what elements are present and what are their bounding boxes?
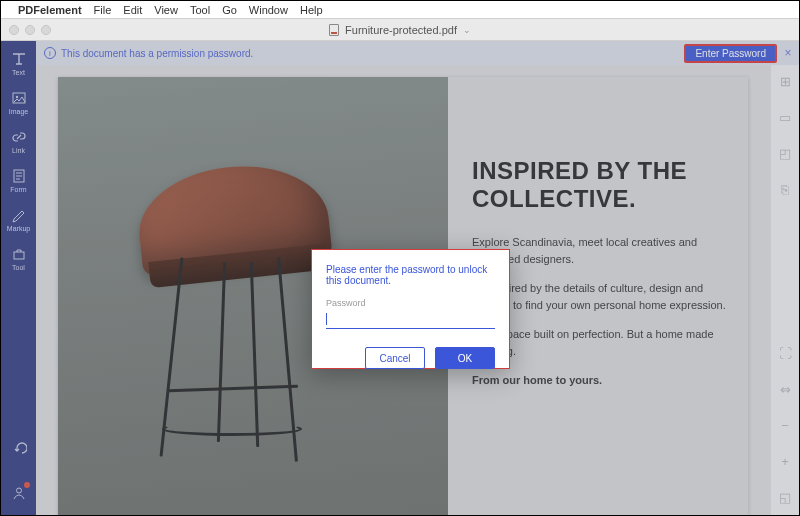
dialog-message: Please enter the password to unlock this… bbox=[326, 264, 495, 286]
menu-go[interactable]: Go bbox=[222, 4, 237, 16]
menu-help[interactable]: Help bbox=[300, 4, 323, 16]
password-input[interactable] bbox=[326, 310, 495, 329]
text-caret-icon bbox=[326, 313, 327, 325]
app-menu[interactable]: PDFelement bbox=[18, 4, 82, 16]
main-area: Text Image Link Form Markup Tool bbox=[1, 41, 799, 515]
ok-button[interactable]: OK bbox=[435, 347, 495, 369]
password-field-label: Password bbox=[326, 298, 495, 308]
window-titlebar: Furniture-protected.pdf ⌄ bbox=[1, 19, 799, 41]
menu-view[interactable]: View bbox=[154, 4, 178, 16]
dialog-button-row: Cancel OK bbox=[326, 347, 495, 369]
mac-menubar: PDFelement File Edit View Tool Go Window… bbox=[1, 1, 799, 19]
menu-tool[interactable]: Tool bbox=[190, 4, 210, 16]
title-chevron-icon[interactable]: ⌄ bbox=[463, 25, 471, 35]
document-title-text: Furniture-protected.pdf bbox=[345, 24, 457, 36]
menu-file[interactable]: File bbox=[94, 4, 112, 16]
document-title: Furniture-protected.pdf ⌄ bbox=[1, 24, 799, 36]
menu-edit[interactable]: Edit bbox=[123, 4, 142, 16]
cancel-button[interactable]: Cancel bbox=[365, 347, 425, 369]
pdf-doc-icon bbox=[329, 24, 339, 36]
password-dialog: Please enter the password to unlock this… bbox=[311, 249, 510, 369]
menu-window[interactable]: Window bbox=[249, 4, 288, 16]
app-window: PDFelement File Edit View Tool Go Window… bbox=[0, 0, 800, 516]
